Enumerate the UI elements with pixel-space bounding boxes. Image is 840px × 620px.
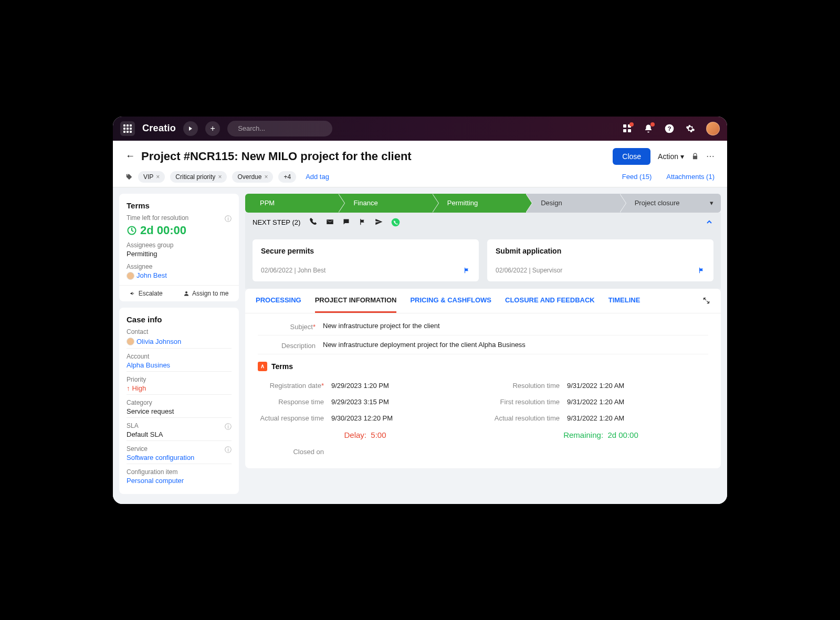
tag-critical[interactable]: Critical priority× xyxy=(170,171,227,183)
assignee-label: Assignee xyxy=(127,263,232,270)
phone-icon xyxy=(310,218,318,226)
search-input[interactable] xyxy=(238,124,326,132)
back-button[interactable]: ← xyxy=(125,151,135,162)
escalate-button[interactable]: Escalate xyxy=(130,290,163,297)
collapse-button[interactable] xyxy=(705,218,713,226)
account-label: Account xyxy=(127,353,232,360)
expand-button[interactable] xyxy=(702,297,710,304)
flag-button[interactable] xyxy=(698,267,705,274)
plus-icon: + xyxy=(210,124,215,133)
topbar: Creatio + ? xyxy=(113,117,727,141)
registration-date-value[interactable]: 9/29/2023 1:20 PM xyxy=(331,382,389,390)
tab-pricing[interactable]: PRICING & CASHFLOWS xyxy=(410,289,491,313)
flag-button[interactable] xyxy=(463,267,470,274)
close-icon[interactable]: × xyxy=(264,173,268,181)
apps-button[interactable] xyxy=(120,121,135,136)
first-resolution-value[interactable]: 9/31/2022 1:20 AM xyxy=(567,398,624,406)
collapse-icon: ∧ xyxy=(258,362,267,371)
svg-point-10 xyxy=(392,218,400,226)
resolution-time-value[interactable]: 9/31/2022 1:20 AM xyxy=(567,382,624,390)
stage-closure[interactable]: Project closure▾ xyxy=(620,194,721,213)
config-item-label: Configuration item xyxy=(127,468,232,476)
service-link[interactable]: Software configuration xyxy=(127,454,232,461)
tabs: PROCESSING PROJECT INFORMATION PRICING &… xyxy=(245,289,721,313)
close-icon[interactable]: × xyxy=(156,173,160,181)
time-left-label: Time left for resolutionⓘ xyxy=(127,214,232,222)
settings-button[interactable] xyxy=(685,123,696,134)
person-icon xyxy=(183,290,190,297)
info-icon[interactable]: ⓘ xyxy=(225,422,232,432)
tag-overdue[interactable]: Overdue× xyxy=(232,171,273,183)
svg-text:?: ? xyxy=(667,125,671,132)
tag-label: Overdue xyxy=(237,173,261,181)
tab-processing[interactable]: PROCESSING xyxy=(256,289,301,313)
category-value: Service request xyxy=(127,407,232,415)
account-link[interactable]: Alpha Busines xyxy=(127,361,232,369)
actual-response-label: Actual response time xyxy=(258,414,331,422)
help-icon: ? xyxy=(664,123,675,134)
send-button[interactable] xyxy=(375,218,383,227)
info-icon[interactable]: ⓘ xyxy=(225,445,232,455)
notifications-button[interactable] xyxy=(643,123,654,134)
stage-bar: PPM Finance Permitting Design Project cl… xyxy=(245,194,721,213)
description-value[interactable]: New infrastructure deployment project fo… xyxy=(323,341,708,349)
add-tag-link[interactable]: Add tag xyxy=(306,173,329,181)
contact-value: Olivia Johnson xyxy=(127,337,232,346)
tab-closure[interactable]: CLOSURE AND FEEDBACK xyxy=(505,289,595,313)
help-button[interactable]: ? xyxy=(664,123,675,134)
tag-more[interactable]: +4 xyxy=(278,171,296,183)
lock-icon xyxy=(691,153,699,160)
tab-timeline[interactable]: TIMELINE xyxy=(608,289,640,313)
response-time-value[interactable]: 9/29/2023 3:15 PM xyxy=(331,398,389,406)
search-box[interactable] xyxy=(227,121,332,136)
assignee-link[interactable]: John Best xyxy=(136,271,167,279)
close-button[interactable]: Close xyxy=(613,148,650,165)
marketplace-button[interactable] xyxy=(622,123,633,134)
step-card-application[interactable]: Submit application 02/06/2022 | Supervis… xyxy=(487,239,713,281)
feed-button[interactable] xyxy=(342,218,350,227)
info-icon[interactable]: ⓘ xyxy=(225,214,232,224)
terms-grid: Registration date*9/29/2023 1:20 PM Resp… xyxy=(258,377,708,460)
tag-vip[interactable]: VIP× xyxy=(138,171,165,183)
subject-value[interactable]: New infrastructure project for the clien… xyxy=(323,322,708,330)
expand-icon xyxy=(702,297,710,304)
stage-ppm[interactable]: PPM xyxy=(245,194,339,213)
contact-link[interactable]: Olivia Johnson xyxy=(136,338,181,345)
tabs-panel: PROCESSING PROJECT INFORMATION PRICING &… xyxy=(245,289,721,468)
user-avatar[interactable] xyxy=(706,122,720,135)
stage-permitting[interactable]: Permitting xyxy=(433,194,526,213)
flag-button[interactable] xyxy=(359,218,366,227)
whatsapp-button[interactable] xyxy=(391,218,400,227)
terms-section-title[interactable]: ∧ Terms xyxy=(258,362,708,371)
lock-button[interactable] xyxy=(691,153,699,160)
call-button[interactable] xyxy=(310,218,318,227)
attachments-link[interactable]: Attachments (1) xyxy=(666,173,715,181)
megaphone-icon xyxy=(130,290,136,297)
case-info-card: Case info ContactOlivia Johnson AccountA… xyxy=(119,308,239,494)
tab-project-information[interactable]: PROJECT INFORMATION xyxy=(315,289,397,313)
step-title: Submit application xyxy=(496,247,705,255)
page-header: ← Project #NCR115: New MILO project for … xyxy=(113,141,727,187)
step-title: Secure permits xyxy=(261,247,470,255)
terms-title: Terms xyxy=(127,201,232,210)
feed-link[interactable]: Feed (15) xyxy=(622,173,652,181)
add-button[interactable]: + xyxy=(205,121,220,136)
page-title: Project #NCR115: New MILO project for th… xyxy=(141,150,412,163)
whatsapp-icon xyxy=(391,218,400,227)
topbar-left: Creatio + xyxy=(120,121,332,136)
first-resolution-label: First resolution time xyxy=(494,398,567,406)
stage-design[interactable]: Design xyxy=(526,194,620,213)
close-icon[interactable]: × xyxy=(218,173,222,181)
more-button[interactable]: ⋯ xyxy=(706,151,715,161)
play-button[interactable] xyxy=(183,121,198,136)
actual-response-value[interactable]: 9/30/2023 12:20 PM xyxy=(331,414,393,422)
config-item-link[interactable]: Personal computer xyxy=(127,477,232,485)
step-card-permits[interactable]: Secure permits 02/06/2022 | John Best xyxy=(253,239,479,281)
stage-finance[interactable]: Finance xyxy=(339,194,432,213)
email-button[interactable] xyxy=(326,218,334,227)
remaining-indicator: Remaining: 2d 00:00 xyxy=(494,426,708,444)
action-dropdown[interactable]: Action ▾ xyxy=(658,152,684,161)
service-label: Serviceⓘ xyxy=(127,445,232,453)
actual-resolution-value[interactable]: 9/31/2022 1:20 AM xyxy=(567,414,624,422)
assign-to-me-button[interactable]: Assign to me xyxy=(183,290,228,297)
